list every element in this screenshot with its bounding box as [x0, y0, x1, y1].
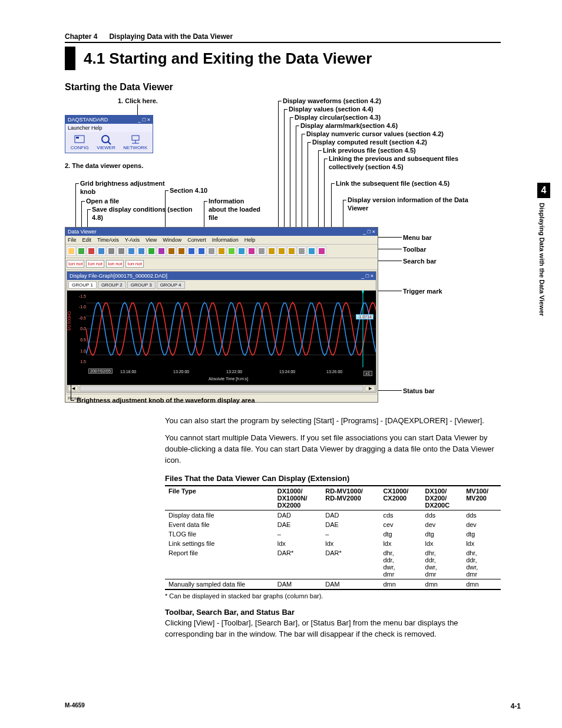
dv-xlabel: Absolute Time [h:m:s] [209, 377, 248, 381]
dv-tab-0[interactable]: GROUP 1 [68, 281, 97, 289]
dv-search-item-1[interactable]: Ion not [86, 260, 104, 268]
dv-xtick: 13:26:00 [326, 370, 342, 374]
ext-cell: dmn [379, 579, 421, 590]
dv-tool-icon-6[interactable] [127, 246, 136, 256]
dv-tabs[interactable]: GROUP 1GROUP 2GROUP 3GROUP 4 [67, 280, 376, 291]
dv-search-item-3[interactable]: Ion not [125, 260, 143, 268]
dv-tool-icon-18[interactable] [247, 246, 256, 256]
dv-menubar[interactable]: FileEditTimeAxisY-AxisViewWindowConvertI… [65, 236, 378, 245]
dv-menu-file[interactable]: File [68, 237, 77, 243]
ext-cell: DAE [322, 520, 379, 529]
ext-cell: Event data file [165, 520, 274, 529]
dv-tool-icon-2[interactable] [87, 246, 96, 256]
dv-tool-icon-7[interactable] [137, 246, 146, 256]
dv-tool-icon-8[interactable] [147, 246, 156, 256]
dv-title: Data Viewer [68, 229, 97, 235]
dv-tool-icon-19[interactable] [257, 246, 266, 256]
dv-tool-icon-11[interactable] [177, 246, 186, 256]
dv-tool-icon-4[interactable] [107, 246, 116, 256]
dv-tool-icon-25[interactable] [317, 246, 326, 256]
dv-tab-3[interactable]: GROUP 4 [157, 281, 185, 289]
svg-rect-16 [158, 248, 164, 254]
svg-rect-20 [199, 248, 204, 254]
launcher-config-icon[interactable]: CONFIG [71, 134, 89, 150]
dv-tool-icon-23[interactable] [297, 246, 306, 256]
dv-tool-icon-24[interactable] [307, 246, 316, 256]
ext-cell: DAR* [274, 548, 322, 579]
toolbar-callout-7: Linking the previous and subsequent file… [329, 155, 464, 172]
dv-tool-icon-12[interactable] [187, 246, 196, 256]
ext-cell: ldx [422, 539, 463, 548]
ext-cell: Manually sampled data file [165, 579, 274, 590]
side-tab-text: Displaying Data with the Data Viewer [537, 203, 546, 316]
dv-tool-icon-20[interactable] [267, 246, 276, 256]
dv-tool-icon-5[interactable] [117, 246, 126, 256]
ext-cell: Report file [165, 548, 274, 579]
dv-toolbar[interactable] [65, 245, 378, 258]
svg-rect-11 [108, 248, 114, 254]
dv-searchbar[interactable]: Ion notIon notIon notIon not [65, 258, 378, 270]
svg-rect-26 [259, 248, 265, 254]
launcher-controls: _ □ × [138, 117, 150, 123]
dv-tool-icon-3[interactable] [97, 246, 106, 256]
ext-cell: dev [462, 520, 501, 529]
ext-header: DX1000/DX1000N/DX2000 [274, 486, 322, 510]
label-menubar: Menu bar [403, 234, 432, 242]
svg-rect-7 [68, 248, 74, 254]
ext-cell: dhr,ddr,dwr,dmr [462, 548, 501, 579]
dv-tool-icon-22[interactable] [287, 246, 296, 256]
dv-tool-icon-21[interactable] [277, 246, 286, 256]
svg-rect-13 [128, 248, 134, 254]
subheading-starting: Starting the Data Viewer [65, 82, 501, 93]
svg-rect-8 [78, 248, 84, 254]
toolbar-callout-9: Display version information of the Data … [348, 196, 471, 213]
subheading-toolbar: Toolbar, Search Bar, and Status Bar [165, 608, 501, 617]
svg-rect-17 [168, 248, 174, 254]
dv-menu-y-axis[interactable]: Y-Axis [125, 237, 140, 243]
launcher-viewer-icon[interactable]: VIEWER [97, 134, 115, 150]
dv-tool-icon-9[interactable] [157, 246, 166, 256]
dv-xtick: 13:22:00 [226, 370, 242, 374]
toolbar-callout-4: Display numveric cursor values (section … [306, 130, 444, 139]
launcher-network-icon[interactable]: NETWORK [123, 134, 147, 150]
label-statusbar: Status bar [403, 387, 435, 396]
dv-search-item-0[interactable]: Ion not [67, 260, 84, 268]
svg-rect-18 [178, 248, 184, 254]
dv-menu-convert[interactable]: Convert [187, 237, 206, 243]
dv-search-item-2[interactable]: Ion not [106, 260, 124, 268]
dv-tool-icon-17[interactable] [237, 246, 246, 256]
dv-tab-1[interactable]: GROUP 2 [98, 281, 126, 289]
svg-rect-30 [299, 248, 305, 254]
dv-tab-2[interactable]: GROUP 3 [127, 281, 156, 289]
dv-tool-icon-14[interactable] [207, 246, 216, 256]
section-marker [65, 47, 75, 70]
toolbar-callout-5: Display computed result (section 4.2) [312, 139, 427, 147]
dv-menu-edit[interactable]: Edit [82, 237, 92, 243]
dv-ytick: -1.5 [67, 294, 86, 298]
dv-menu-timeaxis[interactable]: TimeAxis [97, 237, 119, 243]
dv-tool-icon-15[interactable] [217, 246, 226, 256]
ext-cell: DAD [322, 510, 379, 521]
ext-cell: dtg [422, 529, 463, 539]
dv-waveform [86, 291, 376, 367]
dv-tool-icon-10[interactable] [167, 246, 176, 256]
svg-rect-10 [98, 248, 104, 254]
dv-tool-icon-0[interactable] [67, 246, 76, 256]
dv-menu-view[interactable]: View [146, 237, 157, 243]
dv-tool-icon-1[interactable] [77, 246, 86, 256]
dv-xtick: 13:18:00 [120, 370, 136, 374]
dv-ytick: 1.5 [67, 360, 86, 364]
svg-rect-21 [209, 248, 214, 254]
dv-xtick: 13:24:00 [279, 370, 295, 374]
data-viewer-window: Data Viewer_ □ × FileEditTimeAxisY-AxisV… [65, 227, 378, 403]
launcher-menu: Launcher Help [65, 124, 153, 132]
dv-window-controls: _ □ × [363, 229, 375, 235]
launcher-window: DAQSTANDARD_ □ × Launcher Help CONFIG VI… [65, 115, 153, 153]
dv-tool-icon-16[interactable] [227, 246, 236, 256]
dv-tool-icon-13[interactable] [197, 246, 206, 256]
svg-rect-28 [279, 248, 285, 254]
table-title: Files That the Data Viewer Can Display (… [165, 474, 501, 483]
dv-menu-window[interactable]: Window [163, 237, 181, 243]
dv-menu-help[interactable]: Help [244, 237, 256, 243]
dv-menu-information[interactable]: Information [212, 237, 239, 243]
